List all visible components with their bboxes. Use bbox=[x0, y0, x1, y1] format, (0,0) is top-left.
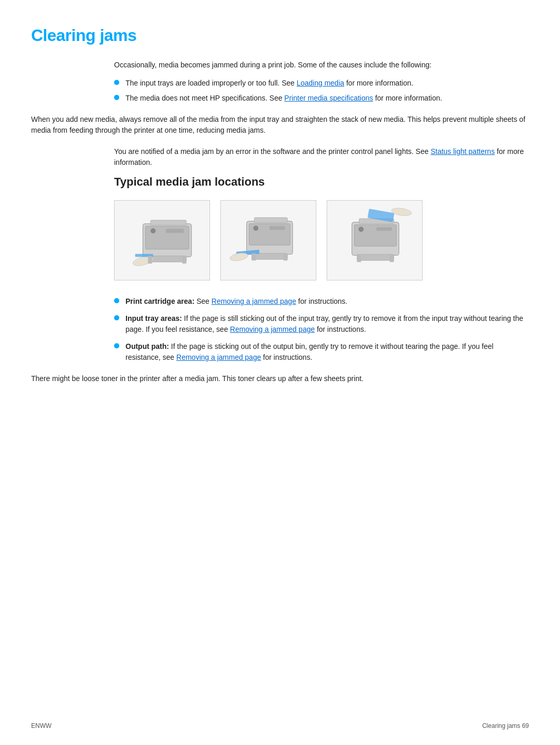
note-2-label-col: Note bbox=[0, 373, 31, 385]
page-title: Clearing jams bbox=[31, 26, 529, 45]
intro-bullet-list: The input trays are loaded improperly or… bbox=[114, 78, 529, 104]
detail-bullet-list: Print cartridge area: See Removing a jam… bbox=[114, 296, 529, 363]
svg-point-27 bbox=[358, 227, 363, 232]
detail-list-item-3: Output path: If the page is sticking out… bbox=[114, 341, 529, 363]
bullet-text-2: The media does not meet HP specification… bbox=[125, 93, 442, 104]
intro-paragraph: Occasionally, media becomes jammed durin… bbox=[114, 60, 529, 71]
detail-text-2: Input tray areas: If the page is still s… bbox=[125, 313, 529, 335]
bullet-icon bbox=[114, 343, 119, 348]
detail-text-1: Print cartridge area: See Removing a jam… bbox=[125, 296, 347, 307]
note-1-label: Note bbox=[0, 114, 21, 122]
status-light-link[interactable]: Status light patterns bbox=[430, 147, 495, 156]
bullet-text-1: The input trays are loaded improperly or… bbox=[125, 78, 413, 89]
detail-list-item-2: Input tray areas: If the page is still s… bbox=[114, 313, 529, 335]
detail-text-3: Output path: If the page is sticking out… bbox=[125, 341, 529, 363]
svg-rect-2 bbox=[150, 220, 186, 226]
removing-jammed-page-link-3[interactable]: Removing a jammed page bbox=[176, 353, 261, 361]
svg-rect-13 bbox=[251, 254, 287, 260]
svg-rect-3 bbox=[148, 256, 186, 262]
printer-image-3 bbox=[327, 200, 423, 280]
section-title: Typical media jam locations bbox=[114, 175, 529, 189]
svg-rect-6 bbox=[166, 229, 184, 233]
printer-svg-2 bbox=[221, 201, 316, 280]
svg-rect-9 bbox=[182, 256, 186, 264]
footer: ENWW Clearing jams 69 bbox=[31, 722, 529, 729]
svg-rect-19 bbox=[284, 254, 288, 261]
note-2-section: Note There might be loose toner in the p… bbox=[31, 373, 529, 385]
list-item: The media does not meet HP specification… bbox=[114, 93, 529, 104]
printer-svg-3 bbox=[327, 201, 422, 280]
svg-rect-18 bbox=[251, 254, 256, 261]
loading-media-link[interactable]: Loading media bbox=[297, 79, 344, 87]
bullet-icon bbox=[114, 80, 119, 85]
detail-list-item-1: Print cartridge area: See Removing a jam… bbox=[114, 296, 529, 307]
content-area-2: You are notified of a media jam by an er… bbox=[114, 146, 529, 363]
svg-rect-12 bbox=[254, 218, 287, 223]
printer-image-1 bbox=[114, 200, 210, 280]
list-item: The input trays are loaded improperly or… bbox=[114, 78, 529, 89]
note-2-label: Note bbox=[0, 373, 21, 382]
footer-left: ENWW bbox=[31, 722, 51, 729]
footer-right: Clearing jams 69 bbox=[482, 722, 529, 729]
printer-media-specs-link[interactable]: Printer media specifications bbox=[284, 94, 373, 102]
bullet-icon bbox=[114, 298, 119, 303]
note-1-section: Note When you add new media, always remo… bbox=[31, 114, 529, 136]
svg-point-25 bbox=[391, 207, 412, 217]
para2: You are notified of a media jam by an er… bbox=[114, 146, 529, 168]
page: Clearing jams Occasionally, media become… bbox=[0, 0, 560, 745]
svg-rect-16 bbox=[270, 226, 285, 230]
svg-point-17 bbox=[253, 226, 258, 231]
printer-svg-1 bbox=[115, 201, 209, 280]
removing-jammed-page-link-1[interactable]: Removing a jammed page bbox=[212, 297, 296, 305]
svg-rect-8 bbox=[148, 256, 152, 264]
svg-rect-29 bbox=[390, 255, 394, 262]
bullet-icon bbox=[114, 315, 119, 320]
note-1-label-col: Note bbox=[0, 114, 31, 136]
printer-images bbox=[114, 200, 529, 280]
svg-point-7 bbox=[150, 228, 156, 233]
removing-jammed-page-link-2[interactable]: Removing a jammed page bbox=[230, 325, 315, 333]
content-area: Occasionally, media becomes jammed durin… bbox=[114, 60, 529, 104]
printer-image-2 bbox=[220, 200, 316, 280]
svg-rect-26 bbox=[376, 227, 392, 231]
svg-rect-23 bbox=[357, 255, 394, 261]
svg-rect-28 bbox=[357, 255, 361, 262]
bullet-icon bbox=[114, 95, 119, 100]
note-2-content: There might be loose toner in the printe… bbox=[31, 373, 529, 385]
note-1-content: When you add new media, always remove al… bbox=[31, 114, 529, 136]
